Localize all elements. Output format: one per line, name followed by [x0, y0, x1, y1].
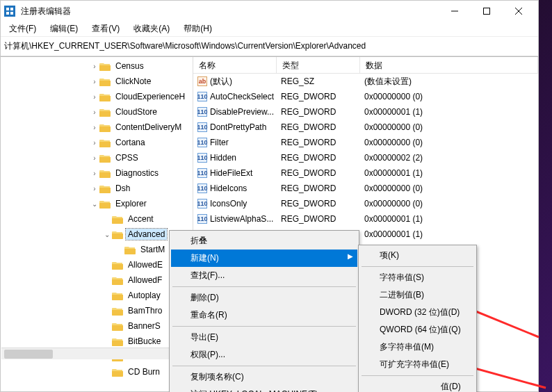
list-row[interactable]: 110AutoCheckSelectREG_DWORD0x00000000 (0…	[193, 89, 538, 104]
tree-row[interactable]: ›CPSS	[1, 150, 193, 165]
menu-favorites[interactable]: 收藏夹(A)	[127, 22, 177, 36]
cell-type: REG_SZ	[277, 76, 360, 86]
chevron-right-icon[interactable]: ›	[90, 63, 99, 70]
tree-row[interactable]: Autoplay	[1, 288, 193, 303]
tree-label: BitBucke	[126, 336, 163, 347]
ctx-perm[interactable]: 权限(P)...	[171, 346, 357, 364]
tree-row[interactable]: ›ClickNote	[1, 74, 193, 89]
cell-name: 110DisablePreview...	[193, 107, 277, 117]
tree-row[interactable]: Accent	[1, 211, 193, 227]
col-name-header[interactable]: 名称	[193, 57, 277, 73]
tree-row[interactable]: ›ContentDeliveryM	[1, 120, 193, 135]
sub-dword[interactable]: DWORD (32 位)值(D)	[360, 304, 475, 321]
ctx-export[interactable]: 导出(E)	[171, 329, 357, 346]
folder-icon	[112, 307, 123, 316]
tree-row[interactable]: ›Cortana	[1, 135, 193, 150]
list-row[interactable]: 110HiddenREG_DWORD0x00000002 (2)	[193, 150, 538, 165]
close-button[interactable]	[503, 1, 535, 22]
chevron-right-icon[interactable]: ›	[90, 108, 99, 116]
titlebar: 注册表编辑器	[1, 1, 538, 22]
folder-icon	[99, 138, 111, 147]
folder-icon	[99, 154, 111, 163]
tree-row[interactable]: ›CloudExperienceH	[1, 89, 193, 104]
tree-label: CloudStore	[113, 106, 159, 117]
reg-dword-icon: 110	[197, 214, 207, 224]
list-row[interactable]: 110HideFileExtREG_DWORD0x00000001 (1)	[193, 165, 538, 181]
list-row[interactable]: 110IconsOnlyREG_DWORD0x00000000 (0)	[193, 196, 538, 211]
list-row[interactable]: 110DontPrettyPathREG_DWORD0x00000000 (0)	[193, 120, 538, 135]
reg-dword-icon: 110	[197, 92, 207, 101]
tree-row[interactable]: CD Burn	[1, 364, 193, 379]
chevron-right-icon[interactable]: ›	[90, 139, 99, 147]
chevron-right-icon[interactable]: ›	[90, 154, 99, 162]
ctx-delete[interactable]: 删除(D)	[171, 289, 357, 307]
chevron-right-icon[interactable]: ›	[90, 185, 99, 193]
tree-label: ClickNote	[113, 76, 153, 87]
tree-row[interactable]: BannerS	[1, 318, 193, 334]
col-data-header[interactable]: 数据	[360, 57, 538, 73]
minimize-button[interactable]	[439, 1, 471, 22]
chevron-down-icon[interactable]: ⌄	[90, 200, 99, 208]
tree-row[interactable]: AllowedF	[1, 272, 193, 288]
menu-file[interactable]: 文件(F)	[2, 22, 43, 36]
tree-row[interactable]: StartM	[1, 242, 193, 257]
reg-dword-icon: 110	[197, 122, 207, 132]
sub-binary[interactable]: 二进制值(B)	[360, 286, 475, 304]
tree-label: CPSS	[113, 152, 140, 163]
cell-data: 0x00000002 (2)	[360, 153, 538, 163]
cell-type: REG_DWORD	[277, 92, 360, 101]
cell-type: REG_DWORD	[277, 183, 360, 193]
chevron-right-icon[interactable]: ›	[90, 78, 99, 85]
sub-string[interactable]: 字符串值(S)	[360, 269, 475, 286]
list-row[interactable]: 110FilterREG_DWORD0x00000000 (0)	[193, 135, 538, 150]
address-bar[interactable]: 计算机\HKEY_CURRENT_USER\Software\Microsoft…	[1, 37, 538, 56]
sub-key[interactable]: 项(K)	[360, 247, 464, 264]
sub-multi[interactable]: 多字符串值(M)	[360, 338, 475, 356]
ctx-rename[interactable]: 重命名(R)	[171, 307, 357, 324]
sub-qword[interactable]: QWORD (64 位)值(Q)	[360, 321, 475, 338]
tree-row[interactable]: BamThro	[1, 303, 193, 318]
sub-expand[interactable]: 可扩充字符串值(E)	[360, 356, 475, 373]
list-row[interactable]: 110ListviewAlphaS...REG_DWORD0x00000001 …	[193, 211, 538, 227]
tree-horizontal-scrollbar[interactable]	[1, 348, 193, 359]
svg-rect-2	[6, 12, 9, 15]
folder-icon	[112, 368, 123, 377]
chevron-right-icon[interactable]: ›	[90, 93, 99, 101]
tree-row[interactable]: ›Dsh	[1, 181, 193, 196]
list-row[interactable]: ab(默认)REG_SZ(数值未设置)	[193, 74, 538, 89]
chevron-right-icon[interactable]: ›	[90, 124, 99, 131]
cell-data: 0x00000000 (0)	[360, 92, 538, 101]
folder-icon	[99, 62, 111, 71]
sub-extra-d[interactable]: 值(D)	[360, 378, 475, 392]
folder-icon	[124, 245, 136, 254]
menu-view[interactable]: 查看(V)	[85, 22, 127, 36]
tree-row[interactable]: ›Census	[1, 58, 193, 74]
scrollbar-thumb[interactable]	[4, 350, 53, 359]
maximize-button[interactable]	[471, 1, 503, 22]
tree-label: CloudExperienceH	[113, 91, 187, 102]
tree-row[interactable]: ›CloudStore	[1, 104, 193, 120]
tree-row[interactable]: AllowedE	[1, 257, 193, 272]
chevron-down-icon[interactable]: ⌄	[102, 231, 112, 238]
chevron-right-icon[interactable]: ›	[90, 170, 99, 177]
tree-row[interactable]: ›Diagnostics	[1, 165, 193, 181]
ctx-find[interactable]: 查找(F)...	[171, 267, 357, 284]
cell-type: REG_DWORD	[277, 214, 360, 224]
list-row[interactable]: 110DisablePreview...REG_DWORD0x00000001 …	[193, 104, 538, 120]
tree-row[interactable]: BitBucke	[1, 334, 193, 349]
ctx-copykey[interactable]: 复制项名称(C)	[171, 368, 357, 386]
cell-type: REG_DWORD	[277, 138, 360, 147]
reg-dword-icon: 110	[197, 183, 207, 193]
ctx-collapse[interactable]: 折叠	[171, 232, 357, 250]
tree-row[interactable]: ⌄Explorer	[1, 196, 193, 211]
ctx-new[interactable]: 新建(N)▶	[171, 250, 357, 267]
col-type-header[interactable]: 类型	[277, 57, 360, 73]
cell-data: 0x00000000 (0)	[360, 138, 538, 147]
menu-edit[interactable]: 编辑(E)	[43, 22, 85, 36]
folder-icon	[112, 215, 123, 224]
tree-pane[interactable]: ›Census›ClickNote›CloudExperienceH›Cloud…	[1, 57, 193, 391]
ctx-goto[interactable]: 访问 HKEY_LOCAL_MACHINE(T)	[171, 386, 357, 392]
menu-help[interactable]: 帮助(H)	[177, 22, 219, 36]
list-row[interactable]: 110HideIconsREG_DWORD0x00000000 (0)	[193, 181, 538, 196]
tree-row[interactable]: ⌄Advanced	[1, 227, 193, 242]
